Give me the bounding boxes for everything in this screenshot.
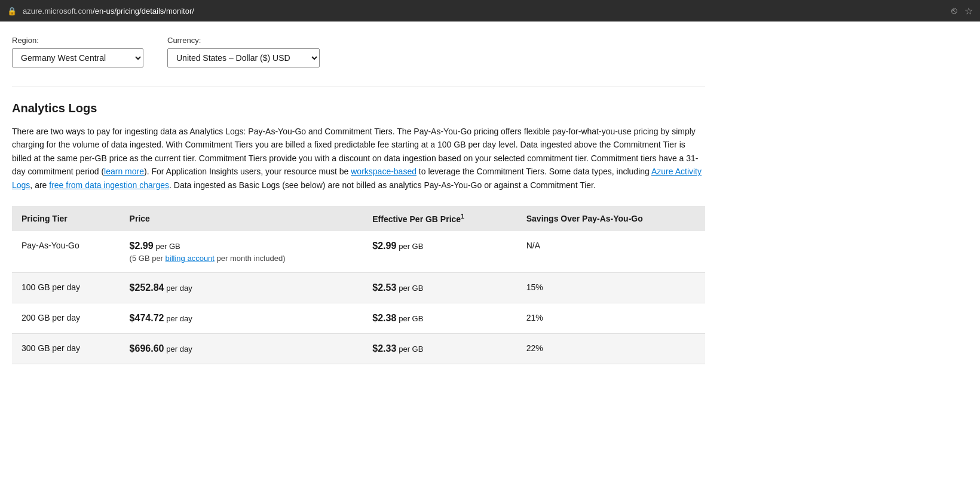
effective-main: $2.53 [372,282,396,293]
tier-cell: Pay-As-You-Go [12,231,120,273]
region-label: Region: [12,36,143,45]
table-row: 300 GB per day $696.60 per day $2.33 per… [12,333,705,364]
effective-cell: $2.33 per GB [363,333,516,364]
tier-cell: 200 GB per day [12,303,120,333]
price-unit: per day [166,345,192,354]
free-charges-link[interactable]: free from data ingestion charges [49,180,169,190]
section-divider [12,87,705,87]
price-unit: per day [166,314,192,323]
effective-main: $2.38 [372,313,396,323]
savings-cell: 21% [517,303,705,333]
price-main: $252.84 [130,282,164,293]
table-row: 200 GB per day $474.72 per day $2.38 per… [12,303,705,333]
billing-account-link[interactable]: billing account [166,254,215,263]
desc-text-5: . Data ingested as Basic Logs (see below… [169,180,596,190]
currency-select[interactable]: United States – Dollar ($) USD [167,48,320,67]
price-note: (5 GB per billing account per month incl… [130,254,354,263]
currency-label: Currency: [167,36,320,45]
table-row: 100 GB per day $252.84 per day $2.53 per… [12,272,705,303]
col-header-savings: Savings Over Pay-As-You-Go [517,206,705,231]
price-cell: $252.84 per day [120,272,363,303]
price-unit: per GB [156,242,180,251]
lock-icon: 🔒 [7,7,17,16]
savings-cell: N/A [517,231,705,273]
col-header-effective: Effective Per GB Price1 [363,206,516,231]
section-title: Analytics Logs [12,102,705,115]
share-icon[interactable]: ⎋ [951,5,957,17]
effective-unit: per GB [399,314,423,323]
price-cell: $696.60 per day [120,333,363,364]
effective-cell: $2.99 per GB [363,231,516,273]
page-content: Region: Germany West Central Currency: U… [0,21,717,379]
workspace-based-link[interactable]: workspace-based [351,167,416,176]
effective-unit: per GB [399,345,423,354]
section-description: There are two ways to pay for ingesting … [12,125,705,192]
desc-text-4: , are [30,180,49,190]
desc-text-3: to leverage the Commitment Tiers. Some d… [416,167,651,176]
tier-cell: 300 GB per day [12,333,120,364]
region-filter-group: Region: Germany West Central [12,36,143,67]
effective-unit: per GB [399,242,423,251]
price-main: $696.60 [130,343,164,354]
effective-main: $2.99 [372,241,396,251]
price-unit: per day [166,284,192,293]
browser-actions: ⎋ ☆ [951,5,973,17]
price-main: $474.72 [130,313,164,323]
effective-unit: per GB [399,284,423,293]
filters-row: Region: Germany West Central Currency: U… [12,36,705,67]
learn-more-link[interactable]: learn more [104,167,144,176]
effective-main: $2.33 [372,343,396,354]
col-header-price: Price [120,206,363,231]
savings-cell: 15% [517,272,705,303]
price-cell: $2.99 per GB (5 GB per billing account p… [120,231,363,273]
savings-cell: 22% [517,333,705,364]
effective-cell: $2.53 per GB [363,272,516,303]
url-bar[interactable]: azure.microsoft.com/en-us/pricing/detail… [23,7,945,16]
tier-cell: 100 GB per day [12,272,120,303]
browser-chrome: 🔒 azure.microsoft.com/en-us/pricing/deta… [0,0,980,21]
table-row: Pay-As-You-Go $2.99 per GB (5 GB per bil… [12,231,705,273]
effective-cell: $2.38 per GB [363,303,516,333]
desc-text-2: ). For Application Insights users, your … [144,167,351,176]
table-header-row: Pricing Tier Price Effective Per GB Pric… [12,206,705,231]
bookmark-icon[interactable]: ☆ [964,5,973,17]
price-cell: $474.72 per day [120,303,363,333]
price-main: $2.99 [130,241,154,251]
pricing-table: Pricing Tier Price Effective Per GB Pric… [12,206,705,364]
region-select[interactable]: Germany West Central [12,48,143,67]
col-header-tier: Pricing Tier [12,206,120,231]
currency-filter-group: Currency: United States – Dollar ($) USD [167,36,320,67]
